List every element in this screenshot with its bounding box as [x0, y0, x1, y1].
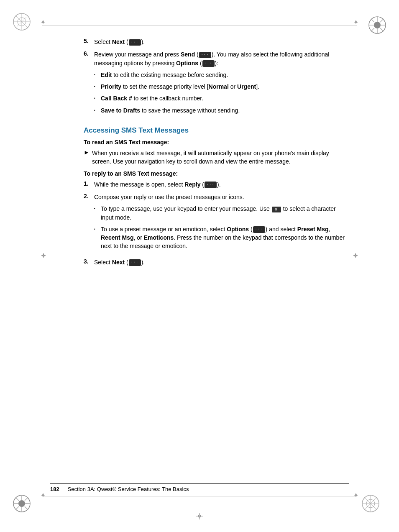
bullet-marker-3: ▪	[94, 96, 101, 101]
step-6-content: Review your message and press Send (···)…	[94, 50, 345, 118]
svg-line-25	[15, 506, 19, 510]
step-5-number: 5.	[84, 38, 94, 44]
vline-left-bottom	[42, 496, 42, 519]
footer-content: 182 Section 3A: Qwest® Service Features:…	[50, 486, 349, 492]
reply-step-3: 3. Select Next (···).	[84, 258, 345, 266]
bullet-priority-content: Priority to set the message priority lev…	[101, 82, 345, 91]
bullet-priority: ▪ Priority to set the message priority l…	[94, 82, 345, 91]
reply-step-1-content: While the message is open, select Reply …	[94, 180, 345, 189]
bullet-savedrafts-content: Save to Drafts to save the message witho…	[101, 106, 345, 115]
bullet-edit-content: Edit to edit the existing message before…	[101, 71, 345, 79]
bullet-marker-4: ▪	[94, 108, 101, 113]
svg-line-24	[25, 497, 28, 501]
page: 5. Select Next (···). 6. Review your mes…	[0, 0, 399, 532]
reply-step-1-number: 1.	[84, 180, 94, 187]
reply-bullet-preset-content: To use a preset message or an emoticon, …	[101, 225, 345, 251]
svg-line-12	[371, 19, 374, 22]
step-6-bullets: ▪ Edit to edit the existing message befo…	[94, 71, 345, 115]
arrow-marker: ►	[84, 149, 92, 156]
reg-mark-bl	[41, 493, 45, 497]
reply-bullet-marker-1: ▪	[94, 206, 101, 211]
svg-line-14	[380, 19, 384, 22]
step-6: 6. Review your message and press Send (·…	[84, 50, 345, 118]
corner-decoration-bl	[13, 494, 38, 519]
corner-decoration-br	[361, 494, 386, 519]
next-button-icon-2: ···	[129, 259, 141, 266]
bullet-callback: ▪ Call Back # to set the callback number…	[94, 94, 345, 102]
reg-mark-tl	[41, 20, 45, 24]
step-6-number: 6.	[84, 50, 94, 57]
reply-step-2: 2. Compose your reply or use the preset …	[84, 193, 345, 254]
svg-line-22	[15, 497, 19, 501]
bullet-edit: ▪ Edit to edit the existing message befo…	[94, 71, 345, 79]
reg-mark-mid-left	[41, 253, 46, 258]
reply-bullet-type: ▪ To type a message, use your keypad to …	[94, 205, 345, 222]
reg-mark-br	[354, 493, 358, 497]
step-5-content: Select Next (···).	[94, 38, 345, 46]
reply-button-icon: ···	[205, 182, 217, 188]
page-number: 182	[50, 486, 59, 492]
reply-bullet-marker-2: ▪	[94, 227, 101, 232]
reply-step-2-bullets: ▪ To type a message, use your keypad to …	[94, 205, 345, 250]
footer-divider	[50, 483, 349, 484]
reply-bullet-preset: ▪ To use a preset message or an emoticon…	[94, 225, 345, 251]
reply-bullet-type-content: To type a message, use your keypad to en…	[101, 205, 345, 222]
bullet-callback-content: Call Back # to set the callback number.	[101, 94, 345, 102]
bullet-savedrafts: ▪ Save to Drafts to save the message wit…	[94, 106, 345, 115]
read-arrow-item: ► When you receive a text message, it wi…	[84, 149, 345, 166]
next-button-icon: ···	[129, 39, 141, 46]
send-button-icon: ···	[199, 52, 211, 59]
top-rule	[42, 25, 357, 26]
footer-section-text: Section 3A: Qwest® Service Features: The…	[68, 486, 189, 492]
reg-mark-bottom-center	[196, 513, 203, 519]
reply-heading: To reply to an SMS Text message:	[84, 170, 345, 177]
step-5: 5. Select Next (···).	[84, 38, 345, 46]
svg-point-7	[374, 22, 381, 28]
svg-point-17	[18, 500, 25, 507]
reply-step-3-number: 3.	[84, 258, 94, 265]
bottom-rule	[42, 496, 357, 496]
reply-bold: Reply	[184, 181, 200, 188]
reply-step-2-number: 2.	[84, 193, 94, 200]
bullet-marker-2: ▪	[94, 84, 101, 89]
step-6-options-bold: Options	[176, 60, 198, 66]
read-heading: To read an SMS Text message:	[84, 139, 345, 146]
options-icon-2: ···	[253, 226, 265, 233]
section-heading-sms: Accessing SMS Text Messages	[84, 126, 345, 135]
corner-decoration-tr	[361, 13, 386, 38]
vline-right-bottom	[357, 496, 357, 519]
options-button-icon: ···	[202, 60, 215, 67]
svg-line-23	[25, 506, 28, 510]
content-area: 5. Select Next (···). 6. Review your mes…	[84, 38, 345, 478]
reply-step-1: 1. While the message is open, select Rep…	[84, 180, 345, 189]
svg-line-15	[371, 28, 374, 31]
reply-step-3-content: Select Next (···).	[94, 258, 345, 266]
corner-decoration-tl	[13, 13, 38, 38]
reply-step-2-content: Compose your reply or use the preset mes…	[94, 193, 345, 254]
svg-line-13	[380, 28, 384, 31]
reg-mark-mid-right	[353, 253, 358, 258]
step-5-bold: Next	[112, 38, 125, 45]
read-arrow-content: When you receive a text message, it will…	[92, 149, 345, 166]
reg-mark-tr	[354, 20, 358, 24]
reply-step-3-bold: Next	[112, 259, 125, 266]
kbd-symbol-icon	[272, 207, 281, 212]
step-6-send-bold: Send	[181, 51, 195, 58]
bullet-marker-1: ▪	[94, 72, 101, 77]
footer: 182 Section 3A: Qwest® Service Features:…	[50, 483, 349, 492]
